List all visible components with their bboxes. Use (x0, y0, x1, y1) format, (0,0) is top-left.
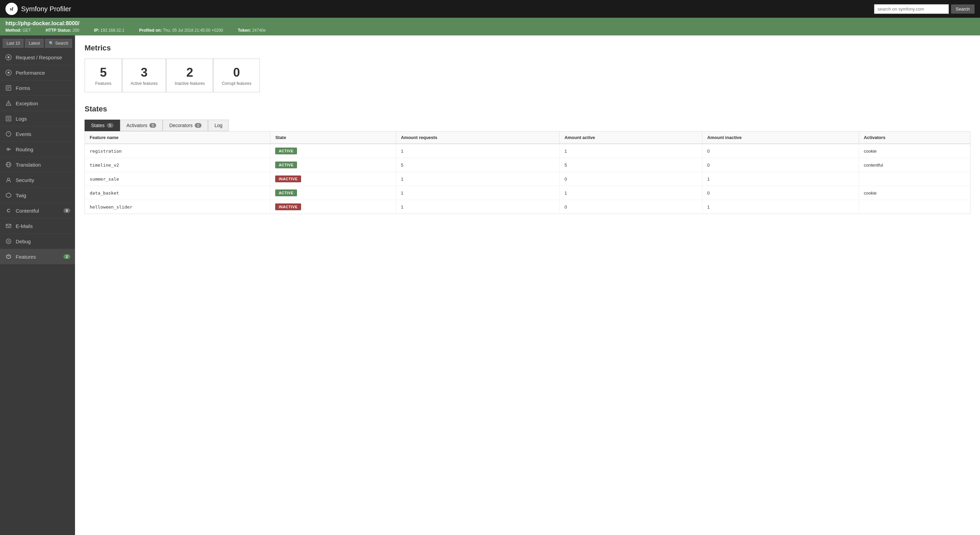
status-label: HTTP Status: 200 (46, 28, 86, 33)
svg-point-21 (8, 178, 10, 181)
cell-state: ACTIVE (270, 158, 396, 172)
main-content: Metrics 5 Features 3 Active features 2 I… (75, 35, 980, 535)
svg-marker-3 (7, 56, 10, 59)
search-icon: 🔍 (49, 41, 54, 46)
cell-amount-requests: 1 (396, 200, 560, 214)
col-activators: Activators (859, 132, 970, 144)
features-badge: 2 (64, 254, 70, 259)
svg-point-24 (6, 239, 11, 244)
profiled-label: Profiled on: Thu, 05 Jul 2018 21:45:00 +… (139, 28, 230, 33)
table-row: data_basket ACTIVE 1 1 0 cookie (85, 186, 970, 200)
top-bar: sf Symfony Profiler Search (0, 0, 980, 18)
sidebar-item-label: Debug (16, 238, 70, 244)
cell-activators: cookie (859, 144, 970, 158)
cell-amount-inactive: 0 (702, 186, 859, 200)
sidebar-item-forms[interactable]: Forms (0, 80, 75, 96)
sidebar-item-exception[interactable]: Exception (0, 96, 75, 111)
cell-activators (859, 172, 970, 186)
sidebar-nav-buttons: Last 10 Latest 🔍 Search (0, 35, 75, 50)
tab-states[interactable]: States 5 (84, 120, 120, 131)
header-search-input[interactable] (874, 4, 949, 14)
cell-amount-inactive: 1 (702, 200, 859, 214)
symfony-logo-icon: sf (5, 3, 18, 15)
metric-card-features: 5 Features (84, 59, 122, 92)
table-row: helloween_slider INACTIVE 1 0 1 (85, 200, 970, 214)
metric-number: 5 (93, 65, 113, 80)
sidebar-item-security[interactable]: Security (0, 172, 75, 188)
sidebar-item-label: E-Mails (16, 223, 70, 229)
svg-point-12 (8, 104, 9, 105)
tab-decorators-count: 0 (195, 123, 202, 128)
col-state: State (270, 132, 396, 144)
routing-icon (5, 146, 12, 153)
sidebar-item-label: Routing (16, 146, 70, 152)
sidebar-item-features[interactable]: Features 2 (0, 249, 75, 264)
sidebar-item-contentful[interactable]: C Contentful 0 (0, 203, 75, 218)
sidebar-item-twig[interactable]: Twig (0, 188, 75, 203)
sidebar-item-label: Forms (16, 85, 70, 91)
security-icon (5, 176, 12, 184)
cell-amount-active: 1 (560, 186, 702, 200)
cell-amount-active: 1 (560, 144, 702, 158)
logo-area: sf Symfony Profiler (5, 3, 71, 15)
col-feature-name: Feature name (85, 132, 270, 144)
sidebar-item-performance[interactable]: Performance (0, 65, 75, 80)
cell-amount-requests: 1 (396, 172, 560, 186)
col-amount-inactive: Amount inactive (702, 132, 859, 144)
table-row: summer_sale INACTIVE 1 0 1 (85, 172, 970, 186)
svg-marker-26 (6, 254, 11, 259)
tab-decorators[interactable]: Decorators 0 (163, 120, 208, 131)
contentful-icon: C (5, 207, 12, 214)
cell-feature-name: data_basket (85, 186, 270, 200)
translation-icon (5, 161, 12, 168)
metrics-title: Metrics (84, 44, 970, 52)
cell-activators (859, 200, 970, 214)
cell-amount-active: 0 (560, 172, 702, 186)
sidebar-item-label: Features (16, 254, 60, 260)
cell-amount-inactive: 0 (702, 144, 859, 158)
body-layout: Last 10 Latest 🔍 Search Request / Respon… (0, 35, 980, 535)
cell-amount-requests: 5 (396, 158, 560, 172)
twig-icon (5, 192, 12, 199)
sidebar-item-routing[interactable]: Routing (0, 142, 75, 157)
ip-label: IP: 192.168.32.1 (94, 28, 131, 33)
last-10-button[interactable]: Last 10 (3, 39, 24, 48)
tab-states-label: States (91, 123, 105, 128)
method-label: Method: GET (5, 28, 38, 33)
header-search-button[interactable]: Search (951, 5, 975, 14)
metric-card-inactive: 2 Inactive features (166, 59, 213, 92)
table-header-row: Feature name State Amount requests Amoun… (85, 132, 970, 144)
table-row: registration ACTIVE 1 1 0 cookie (85, 144, 970, 158)
cell-state: ACTIVE (270, 144, 396, 158)
sidebar-item-label: Translation (16, 162, 70, 168)
metric-label: Features (93, 81, 113, 86)
metric-number: 0 (222, 65, 251, 80)
svg-text:sf: sf (10, 6, 13, 11)
tab-decorators-label: Decorators (169, 123, 192, 128)
forms-icon (5, 84, 12, 92)
sidebar-item-label: Exception (16, 100, 70, 106)
sidebar-item-translation[interactable]: Translation (0, 157, 75, 172)
header-search-area: Search (874, 4, 975, 14)
features-icon (5, 253, 12, 260)
metric-number: 2 (175, 65, 205, 80)
metric-card-active: 3 Active features (122, 59, 166, 92)
col-amount-active: Amount active (560, 132, 702, 144)
tab-log[interactable]: Log (208, 120, 229, 131)
sidebar-item-debug[interactable]: Debug (0, 234, 75, 249)
emails-icon (5, 222, 12, 230)
latest-button[interactable]: Latest (25, 39, 44, 48)
sidebar-item-logs[interactable]: Logs (0, 111, 75, 126)
cell-feature-name: summer_sale (85, 172, 270, 186)
cell-feature-name: timeline_v2 (85, 158, 270, 172)
sidebar-item-request-response[interactable]: Request / Response (0, 50, 75, 65)
sidebar-item-events[interactable]: Events (0, 126, 75, 142)
cell-amount-inactive: 0 (702, 158, 859, 172)
metric-label: Inactive features (175, 81, 205, 86)
sidebar-item-emails[interactable]: E-Mails (0, 218, 75, 234)
metric-number: 3 (130, 65, 158, 80)
tab-activators[interactable]: Activators 5 (120, 120, 163, 131)
sidebar-item-label: Events (16, 131, 70, 137)
sidebar-search-button[interactable]: 🔍 Search (45, 39, 72, 48)
logs-icon (5, 115, 12, 122)
